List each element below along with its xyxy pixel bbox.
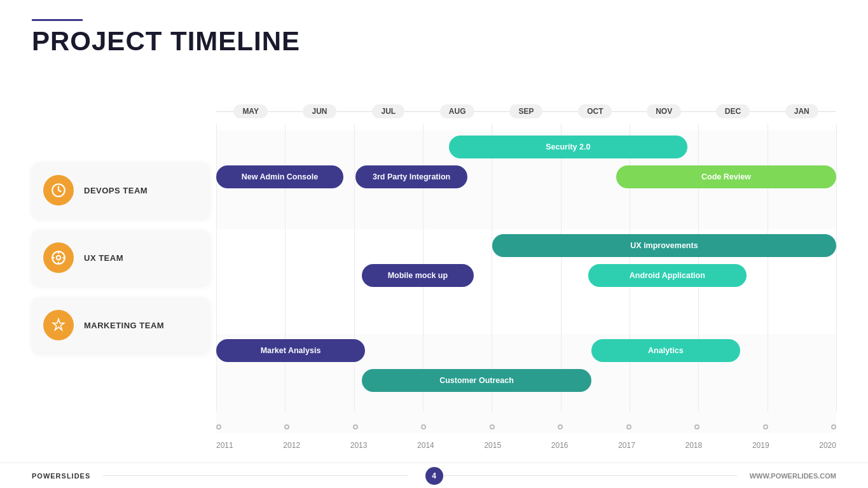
grid-line-9 <box>836 124 837 412</box>
month-label-aug: AUG <box>440 104 475 118</box>
gantt-bar-2: 3rd Party Integration <box>355 165 467 188</box>
gantt-bar-4: UX improvements <box>492 234 836 257</box>
year-label-2014: 2014 <box>417 441 434 450</box>
page-header: PROJECT TIMELINE <box>32 19 300 57</box>
year-label-2020: 2020 <box>819 441 836 450</box>
year-dot-2017 <box>626 424 631 429</box>
year-label-2012: 2012 <box>283 441 300 450</box>
year-axis: 2011201220132014201520162017201820192020 <box>216 418 836 450</box>
footer-page-number: 4 <box>425 467 443 485</box>
gantt-bar-8: Analytics <box>591 339 740 362</box>
year-dots <box>216 424 836 429</box>
month-label-may: MAY <box>233 104 268 118</box>
year-label-2017: 2017 <box>618 441 635 450</box>
years-labels: 2011201220132014201520162017201820192020 <box>216 441 836 450</box>
month-cell-sep: SEP <box>492 99 560 124</box>
team-card-ux: UX TEAM <box>32 230 210 286</box>
ux-icon <box>43 242 74 273</box>
team-card-devops: DEVOPS TEAM <box>32 162 210 218</box>
footer-brand-right: WWW.POWERLIDES.COM <box>750 472 836 480</box>
year-dot-2012 <box>284 424 289 429</box>
year-dot-2019 <box>763 424 768 429</box>
gantt-bar-5: Mobile mock up <box>362 264 474 287</box>
footer-divider-right <box>433 475 737 476</box>
month-cell-aug: AUG <box>423 99 492 124</box>
year-dot-2011 <box>216 424 221 429</box>
year-label-2018: 2018 <box>685 441 703 450</box>
year-dot-2014 <box>421 424 426 429</box>
year-dot-2013 <box>353 424 358 429</box>
gantt-bar-9: Customer Outreach <box>362 369 591 392</box>
year-dot-2016 <box>558 424 563 429</box>
ux-team-label: UX TEAM <box>84 253 123 263</box>
month-label-nov: NOV <box>647 104 681 118</box>
gantt-bar-3: Code Review <box>616 165 836 188</box>
year-label-2011: 2011 <box>216 441 233 450</box>
gantt-bar-0: Security 2.0 <box>449 136 687 158</box>
chart-container: DEVOPS TEAM UX TEAM <box>32 99 836 450</box>
month-label-jul: JUL <box>372 104 404 118</box>
gantt-area: MAYJUNJULAUGSEPOCTNOVDECJAN Security 2.0… <box>216 99 836 450</box>
teams-column: DEVOPS TEAM UX TEAM <box>32 130 210 365</box>
footer: POWERSLIDES 4 WWW.POWERLIDES.COM <box>0 463 868 488</box>
month-label-dec: DEC <box>716 104 750 118</box>
bars-area: Security 2.0New Admin Console3rd Party I… <box>216 124 836 412</box>
month-cell-may: MAY <box>216 99 285 124</box>
devops-icon <box>43 175 74 206</box>
month-cell-oct: OCT <box>561 99 630 124</box>
year-dot-2018 <box>694 424 699 429</box>
month-label-jun: JUN <box>303 104 336 118</box>
devops-team-label: DEVOPS TEAM <box>84 186 148 195</box>
year-label-2013: 2013 <box>350 441 368 450</box>
footer-divider-left <box>103 475 407 476</box>
footer-brand-left: POWERSLIDES <box>32 472 90 480</box>
gantt-bar-1: New Admin Console <box>216 165 343 188</box>
marketing-team-label: MARKETING TEAM <box>84 321 164 330</box>
gantt-bar-7: Market Analysis <box>216 339 365 362</box>
month-cell-dec: DEC <box>698 99 767 124</box>
gantt-bar-6: Android Application <box>588 264 747 287</box>
header-accent-line <box>32 19 83 21</box>
marketing-icon <box>43 310 74 340</box>
team-card-marketing: MARKETING TEAM <box>32 297 210 353</box>
year-label-2016: 2016 <box>551 441 568 450</box>
month-cell-jul: JUL <box>354 99 423 124</box>
year-label-2019: 2019 <box>752 441 769 450</box>
month-label-oct: OCT <box>578 104 612 118</box>
year-dot-2020 <box>831 424 836 429</box>
month-cell-nov: NOV <box>630 99 698 124</box>
month-cell-jan: JAN <box>768 99 836 124</box>
year-dot-2015 <box>490 424 495 429</box>
month-label-sep: SEP <box>509 104 542 118</box>
month-label-jan: JAN <box>785 104 818 118</box>
year-label-2015: 2015 <box>484 441 501 450</box>
page-title: PROJECT TIMELINE <box>32 26 300 57</box>
month-cell-jun: JUN <box>285 99 354 124</box>
months-row: MAYJUNJULAUGSEPOCTNOVDECJAN <box>216 99 836 124</box>
svg-point-2 <box>57 256 61 260</box>
